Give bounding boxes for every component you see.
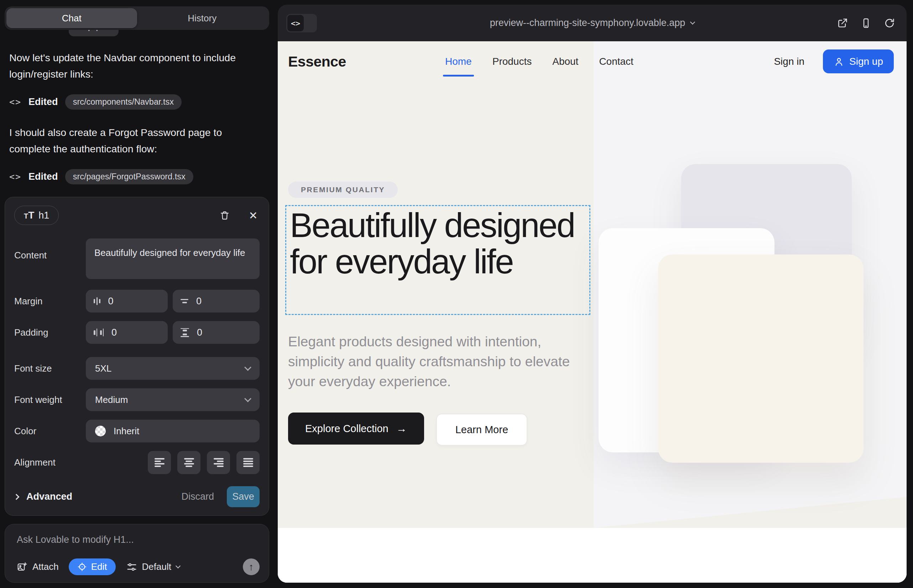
save-button[interactable]: Save <box>227 486 260 507</box>
padding-y-icon <box>181 328 189 337</box>
url-host: preview--charming-site-symphony.lovable.… <box>490 18 685 29</box>
color-select[interactable]: Inherit <box>86 420 260 443</box>
align-center-icon <box>184 458 194 467</box>
align-left-icon <box>155 458 165 467</box>
code-toggle-icon: <> <box>287 15 304 31</box>
composer-input[interactable]: Ask Lovable to modify H1... <box>17 534 257 545</box>
font-size-select[interactable]: 5XL <box>86 357 260 380</box>
chevron-down-icon <box>244 395 251 402</box>
content-label: Content <box>14 250 86 261</box>
chevron-right-icon <box>13 494 19 500</box>
selected-element-tag[interactable]: TT h1 <box>14 206 59 225</box>
padding-x-icon <box>94 328 104 336</box>
chevron-down-icon <box>690 19 695 24</box>
nav-link-home[interactable]: Home <box>445 56 472 67</box>
sign-in-link[interactable]: Sign in <box>774 56 805 67</box>
site-logo[interactable]: Essence <box>288 53 346 70</box>
edit-mode-button[interactable]: Edit <box>69 559 116 575</box>
content-input[interactable]: Beautifully designed for everyday life <box>86 239 260 279</box>
edited-file-row[interactable]: <> Edited src/pages/ForgotPassword.tsx <box>9 169 261 184</box>
assistant-message: Now let's update the Navbar component to… <box>9 50 248 82</box>
user-icon <box>834 56 844 67</box>
font-weight-select[interactable]: Medium <box>86 388 260 411</box>
element-tag-label: h1 <box>39 210 49 221</box>
tab-chat[interactable]: Chat <box>6 8 137 28</box>
code-preview-toggle[interactable]: <> <box>286 14 317 32</box>
tab-history[interactable]: History <box>137 8 268 28</box>
assistant-message: I should also create a Forgot Password p… <box>9 124 248 157</box>
refresh-icon[interactable] <box>883 17 896 29</box>
advanced-toggle[interactable]: Advanced <box>26 491 72 502</box>
chevron-down-icon <box>244 364 251 371</box>
align-right-button[interactable] <box>207 451 230 474</box>
app-root: Chat History Now let's update the Navbar… <box>0 0 913 588</box>
premium-quality-badge: PREMIUM QUALITY <box>288 181 398 198</box>
browser-toolbar: <> preview--charming-site-symphony.lovab… <box>278 5 907 41</box>
align-left-button[interactable] <box>148 451 171 474</box>
nav-link-contact[interactable]: Contact <box>599 56 633 67</box>
site-preview: Essence Home Products About Contact Sign… <box>278 41 907 583</box>
sign-up-button[interactable]: Sign up <box>823 50 894 73</box>
color-swatch <box>95 426 106 436</box>
open-external-icon[interactable] <box>836 17 849 29</box>
nav-link-products[interactable]: Products <box>492 56 532 67</box>
close-icon[interactable]: ✕ <box>247 209 260 222</box>
attach-image-icon <box>17 562 28 572</box>
edited-file-row[interactable]: <> Edited src/components/Navbar.tsx <box>9 94 261 110</box>
align-justify-button[interactable] <box>236 451 260 474</box>
attach-button[interactable]: Attach <box>17 561 59 572</box>
code-icon: <> <box>9 97 21 107</box>
chat-composer[interactable]: Ask Lovable to modify H1... Attach <box>5 524 269 583</box>
hero-heading[interactable]: Beautifully designed for everyday life <box>290 207 589 280</box>
margin-x-icon <box>94 297 100 305</box>
edited-label: Edited <box>29 97 58 108</box>
hero-paragraph: Elegant products designed with intention… <box>288 332 576 391</box>
target-icon <box>77 562 87 572</box>
learn-more-button[interactable]: Learn More <box>436 414 527 446</box>
send-button[interactable]: ↑ <box>243 559 260 575</box>
site-navbar: Essence Home Products About Contact Sign… <box>278 41 907 81</box>
chat-panel: Chat History Now let's update the Navbar… <box>0 0 274 588</box>
alignment-label: Alignment <box>14 457 86 468</box>
sliders-icon <box>126 562 137 572</box>
chat-history-tabs: Chat History <box>5 6 269 30</box>
truncated-file-pill <box>69 30 118 36</box>
font-size-label: Font size <box>14 363 86 374</box>
nav-link-about[interactable]: About <box>552 56 578 67</box>
chat-messages: Now let's update the Navbar component to… <box>9 50 261 199</box>
arrow-right-icon: → <box>396 423 407 435</box>
color-label: Color <box>14 426 86 437</box>
mobile-view-icon[interactable] <box>860 17 873 29</box>
padding-label: Padding <box>14 327 86 338</box>
padding-x-input[interactable]: 0 <box>86 321 168 344</box>
margin-x-input[interactable]: 0 <box>86 290 168 312</box>
align-justify-icon <box>243 458 253 467</box>
font-weight-label: Font weight <box>14 394 86 405</box>
code-icon: <> <box>9 171 21 182</box>
discard-button[interactable]: Discard <box>181 491 214 502</box>
explore-collection-button[interactable]: Explore Collection → <box>288 412 424 444</box>
url-bar[interactable]: preview--charming-site-symphony.lovable.… <box>490 18 695 29</box>
margin-label: Margin <box>14 296 86 307</box>
heading-type-icon: TT <box>24 210 34 221</box>
margin-y-icon <box>181 299 188 304</box>
mode-selector[interactable]: Default <box>126 561 180 572</box>
preview-browser: <> preview--charming-site-symphony.lovab… <box>278 5 907 583</box>
file-path-pill[interactable]: src/components/Navbar.tsx <box>65 94 181 110</box>
margin-y-input[interactable]: 0 <box>173 290 260 312</box>
decor-card-beige <box>658 255 863 463</box>
edited-label: Edited <box>29 171 58 182</box>
element-editor-panel: TT h1 ✕ Content Beautifully desig <box>5 197 269 516</box>
align-center-button[interactable] <box>177 451 201 474</box>
file-path-pill[interactable]: src/pages/ForgotPassword.tsx <box>65 169 193 184</box>
trash-icon[interactable] <box>218 209 231 222</box>
align-right-icon <box>214 458 223 467</box>
padding-y-input[interactable]: 0 <box>173 321 260 344</box>
chevron-down-icon <box>176 564 181 569</box>
